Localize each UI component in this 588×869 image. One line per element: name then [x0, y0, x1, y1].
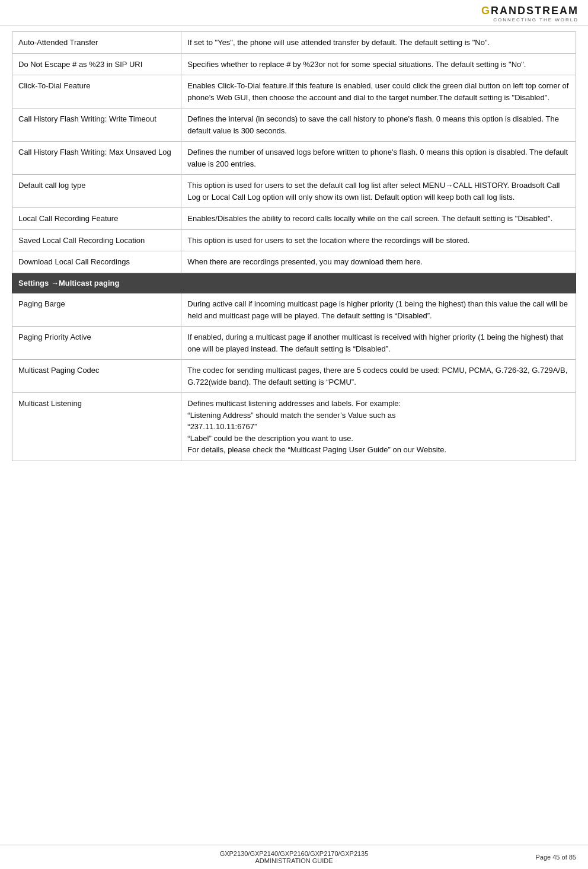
table-row: Saved Local Call Recording Location This…: [12, 229, 576, 251]
footer-line1: GXP2130/GXP2140/GXP2160/GXP2170/GXP2135: [101, 850, 487, 857]
row-desc: This option is used for users to set the…: [181, 175, 576, 208]
logo-subtitle: CONNECTING THE WORLD: [493, 17, 579, 23]
row-label: Call History Flash Writing: Write Timeou…: [12, 108, 181, 142]
row-desc: If set to "Yes", the phone will use atte…: [181, 32, 576, 54]
row-desc: Specifies whether to replace # by %23or …: [181, 53, 576, 75]
table-row: Multicast Listening Defines multicast li…: [12, 393, 576, 461]
row-desc: The codec for sending multicast pages, t…: [181, 360, 576, 393]
row-desc: During active call if incoming multicast…: [181, 293, 576, 327]
section-header-row: Settings →Multicast paging: [12, 273, 576, 293]
row-label: Do Not Escape # as %23 in SIP URI: [12, 53, 181, 75]
logo-area: GRANDSTREAM CONNECTING THE WORLD: [481, 5, 579, 23]
table-row: Auto-Attended Transfer If set to "Yes", …: [12, 32, 576, 54]
main-content: Auto-Attended Transfer If set to "Yes", …: [0, 25, 588, 845]
row-desc: Defines the interval (in seconds) to sav…: [181, 108, 576, 142]
row-label: Call History Flash Writing: Max Unsaved …: [12, 142, 181, 175]
page-wrapper: GRANDSTREAM CONNECTING THE WORLD Auto-At…: [0, 0, 588, 869]
table-row: Paging Barge During active call if incom…: [12, 293, 576, 327]
row-desc: Defines the number of unsaved logs befor…: [181, 142, 576, 175]
footer-line2: ADMINISTRATION GUIDE: [101, 857, 487, 864]
table-row: Call History Flash Writing: Write Timeou…: [12, 108, 576, 142]
page-header: GRANDSTREAM CONNECTING THE WORLD: [0, 0, 588, 25]
row-desc: Defines multicast listening addresses an…: [181, 393, 576, 461]
row-label: Click-To-Dial Feature: [12, 75, 181, 108]
page-footer: GXP2130/GXP2140/GXP2160/GXP2170/GXP2135 …: [0, 845, 588, 869]
row-label: Default call log type: [12, 175, 181, 208]
table-row: Local Call Recording Feature Enables/Dis…: [12, 208, 576, 230]
row-desc: When there are recordings presented, you…: [181, 251, 576, 273]
row-desc: Enables/Disables the ability to record c…: [181, 208, 576, 230]
table-row: Do Not Escape # as %23 in SIP URI Specif…: [12, 53, 576, 75]
footer-center: GXP2130/GXP2140/GXP2160/GXP2170/GXP2135 …: [101, 850, 487, 864]
row-label: Paging Barge: [12, 293, 181, 327]
row-label: Download Local Call Recordings: [12, 251, 181, 273]
row-desc: This option is used for users to set the…: [181, 229, 576, 251]
table-row: Download Local Call Recordings When ther…: [12, 251, 576, 273]
table-row: Click-To-Dial Feature Enables Click-To-D…: [12, 75, 576, 108]
row-label: Local Call Recording Feature: [12, 208, 181, 230]
table-row: Multicast Paging Codec The codec for sen…: [12, 360, 576, 393]
logo-main: GRANDSTREAM: [481, 5, 579, 17]
table-row: Default call log type This option is use…: [12, 175, 576, 208]
row-label: Paging Priority Active: [12, 327, 181, 360]
row-label: Auto-Attended Transfer: [12, 32, 181, 54]
row-label: Multicast Paging Codec: [12, 360, 181, 393]
settings-table: Auto-Attended Transfer If set to "Yes", …: [12, 31, 576, 461]
row-label: Saved Local Call Recording Location: [12, 229, 181, 251]
table-row: Paging Priority Active If enabled, durin…: [12, 327, 576, 360]
table-row: Call History Flash Writing: Max Unsaved …: [12, 142, 576, 175]
row-desc: If enabled, during a multicast page if a…: [181, 327, 576, 360]
row-desc: Enables Click-To-Dial feature.If this fe…: [181, 75, 576, 108]
section-header-label: Settings →Multicast paging: [12, 273, 576, 293]
row-label: Multicast Listening: [12, 393, 181, 461]
footer-page: Page 45 of 85: [487, 854, 576, 861]
